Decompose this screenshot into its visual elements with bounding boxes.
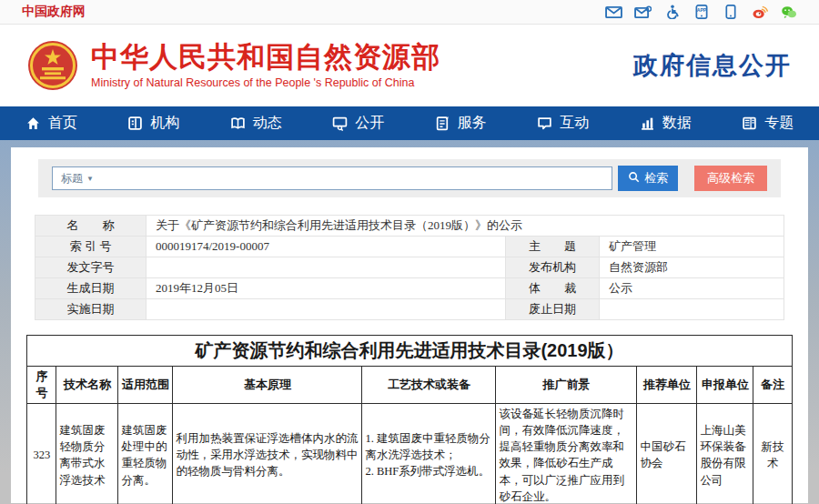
col-header-serial: 序号 bbox=[27, 367, 56, 404]
org-icon bbox=[127, 116, 143, 131]
meta-value-subject: 矿产管理 bbox=[600, 237, 784, 257]
table-row: 323 建筑固废轻物质分离带式水浮选技术 建筑固废处理中的重轻质物分离。 利用加… bbox=[27, 404, 792, 504]
ministry-title-cn: 中华人民共和国自然资源部 bbox=[91, 42, 440, 73]
nav-item-data[interactable]: 数据 bbox=[614, 106, 717, 140]
top-utility-bar: 中国政府网 APP bbox=[0, 0, 819, 25]
nav-label: 动态 bbox=[253, 114, 282, 133]
data-icon bbox=[640, 116, 655, 131]
meta-row-effective: 实施日期 废止日期 bbox=[35, 299, 784, 320]
accessibility-icon[interactable] bbox=[663, 5, 681, 20]
meta-label: 发布机构 bbox=[506, 257, 600, 278]
search-button[interactable]: 检索 bbox=[618, 166, 678, 191]
topbar-icon-group: APP bbox=[605, 5, 797, 20]
mobile-icon[interactable] bbox=[722, 5, 739, 20]
nav-item-interact[interactable]: 互动 bbox=[512, 106, 615, 140]
meta-label: 名 称 bbox=[35, 216, 147, 237]
meta-value-agency: 自然资源部 bbox=[600, 257, 784, 278]
cell-applicant: 上海山美环保装备股份有限公司 bbox=[697, 404, 753, 504]
mail-subscribe-icon[interactable] bbox=[634, 5, 652, 20]
disclosure-icon bbox=[332, 116, 348, 131]
meta-row-docnum: 发文字号 发布机构 自然资源部 bbox=[35, 257, 784, 278]
nav-item-home[interactable]: 首页 bbox=[0, 106, 103, 140]
nav-item-service[interactable]: 服务 bbox=[410, 106, 512, 140]
col-header-principle: 基本原理 bbox=[173, 367, 362, 404]
cell-principle: 利用加热装置保证浮选槽体内水的流动性，采用水浮选技术，实现物料中的轻物质与骨料分… bbox=[173, 404, 362, 504]
nav-item-news[interactable]: 动态 bbox=[205, 106, 308, 140]
main-nav: 首页 机构 动态 公开 服务 互动 数据 专题 bbox=[0, 106, 819, 140]
meta-label: 生成日期 bbox=[35, 278, 147, 299]
nav-label: 专题 bbox=[764, 114, 794, 133]
search-button-label: 检索 bbox=[644, 170, 668, 186]
info-disclosure-title: 政府信息公开 bbox=[633, 49, 792, 82]
nav-item-org[interactable]: 机构 bbox=[103, 106, 206, 140]
meta-label: 体 裁 bbox=[506, 278, 600, 299]
nav-label: 数据 bbox=[662, 114, 692, 133]
col-header-prospect: 推广前景 bbox=[496, 367, 637, 404]
ministry-title-en: Ministry of Natural Resources of the Peo… bbox=[91, 76, 440, 89]
news-icon bbox=[230, 116, 246, 131]
meta-value-date: 2019年12月05日 bbox=[147, 278, 506, 299]
nav-label: 服务 bbox=[458, 114, 487, 133]
wechat-icon[interactable] bbox=[780, 5, 797, 20]
col-header-equipment: 工艺技术或装备 bbox=[362, 367, 496, 404]
meta-value-index: 000019174/2019-00007 bbox=[147, 237, 506, 257]
ministry-title-block: 中华人民共和国自然资源部 Ministry of Natural Resourc… bbox=[91, 42, 440, 88]
meta-label: 实施日期 bbox=[35, 299, 147, 320]
home-icon bbox=[25, 116, 41, 131]
service-icon bbox=[435, 116, 450, 131]
search-field-select[interactable]: 标题 ▼ bbox=[61, 171, 94, 186]
col-header-scope: 适用范围 bbox=[118, 367, 173, 404]
cell-scope: 建筑固废处理中的重轻质物分离。 bbox=[118, 404, 173, 504]
mail-icon[interactable] bbox=[605, 5, 622, 20]
cell-serial: 323 bbox=[27, 404, 56, 504]
meta-value-docnum bbox=[147, 257, 506, 278]
cell-equipment: 1. 建筑固废中重轻质物分离水洗浮选技术； 2. BHF系列带式浮选机。 bbox=[362, 404, 496, 504]
meta-row-name: 名 称 关于《矿产资源节约和综合利用先进适用技术目录（2019版）》的公示 bbox=[35, 216, 784, 237]
search-input[interactable]: 标题 ▼ bbox=[52, 166, 612, 190]
national-emblem-icon bbox=[27, 40, 78, 91]
site-header: 中华人民共和国自然资源部 Ministry of Natural Resourc… bbox=[0, 25, 819, 106]
meta-value-effective bbox=[147, 299, 506, 320]
page-content: 标题 ▼ 检索 高级检索 名 称 关于《矿产资源节约和综合利用先进适用技术目录（… bbox=[11, 147, 808, 503]
nav-item-disclosure[interactable]: 公开 bbox=[308, 106, 410, 140]
svg-text:APP: APP bbox=[696, 7, 706, 13]
meta-row-index: 索 引 号 000019174/2019-00007 主 题 矿产管理 bbox=[35, 237, 784, 257]
search-field-label: 标题 bbox=[61, 171, 83, 186]
nav-item-topics[interactable]: 专题 bbox=[717, 106, 819, 140]
topics-icon bbox=[742, 116, 757, 131]
meta-label: 主 题 bbox=[506, 237, 600, 257]
technology-catalogue-table: 矿产资源节约和综合利用先进适用技术目录(2019版） 序号 技术名称 适用范围 … bbox=[26, 335, 792, 504]
dropdown-arrow-icon: ▼ bbox=[86, 175, 94, 183]
col-header-tech-name: 技术名称 bbox=[56, 367, 118, 404]
cell-recommender: 中国砂石协会 bbox=[637, 404, 697, 504]
meta-label: 索 引 号 bbox=[35, 237, 147, 257]
cell-prospect: 该设备延长轻物质沉降时间，有效降低沉降速度，提高轻重物质分离效率和效果，降低砂石… bbox=[496, 404, 637, 504]
cell-tech-name: 建筑固废轻物质分离带式水浮选技术 bbox=[56, 404, 118, 504]
interact-icon bbox=[537, 116, 552, 131]
catalogue-header-row: 序号 技术名称 适用范围 基本原理 工艺技术或装备 推广前景 推荐单位 申报单位… bbox=[27, 367, 792, 404]
meta-value-genre: 公示 bbox=[600, 278, 784, 299]
catalogue-title: 矿产资源节约和综合利用先进适用技术目录(2019版） bbox=[27, 336, 792, 367]
nav-label: 公开 bbox=[355, 114, 384, 133]
cell-note: 新技术 bbox=[753, 404, 792, 504]
weibo-icon[interactable] bbox=[751, 5, 768, 20]
document-meta-table: 名 称 关于《矿产资源节约和综合利用先进适用技术目录（2019版）》的公示 索 … bbox=[35, 215, 784, 320]
nav-label: 首页 bbox=[48, 114, 77, 133]
search-bar: 标题 ▼ 检索 高级检索 bbox=[38, 159, 781, 197]
search-icon bbox=[628, 171, 640, 186]
meta-value-repeal bbox=[600, 299, 784, 320]
meta-label: 废止日期 bbox=[506, 299, 600, 320]
meta-label: 发文字号 bbox=[35, 257, 147, 278]
col-header-recommender: 推荐单位 bbox=[637, 367, 697, 404]
meta-row-date: 生成日期 2019年12月05日 体 裁 公示 bbox=[35, 278, 784, 299]
col-header-applicant: 申报单位 bbox=[697, 367, 753, 404]
advanced-search-button[interactable]: 高级检索 bbox=[694, 166, 767, 191]
col-header-note: 备注 bbox=[753, 367, 792, 404]
catalogue-title-row: 矿产资源节约和综合利用先进适用技术目录(2019版） bbox=[27, 336, 792, 367]
app-icon[interactable]: APP bbox=[693, 5, 710, 20]
gov-site-link[interactable]: 中国政府网 bbox=[22, 4, 86, 20]
meta-value-name: 关于《矿产资源节约和综合利用先进适用技术目录（2019版）》的公示 bbox=[147, 216, 784, 237]
nav-label: 机构 bbox=[150, 114, 179, 133]
nav-label: 互动 bbox=[560, 114, 589, 133]
